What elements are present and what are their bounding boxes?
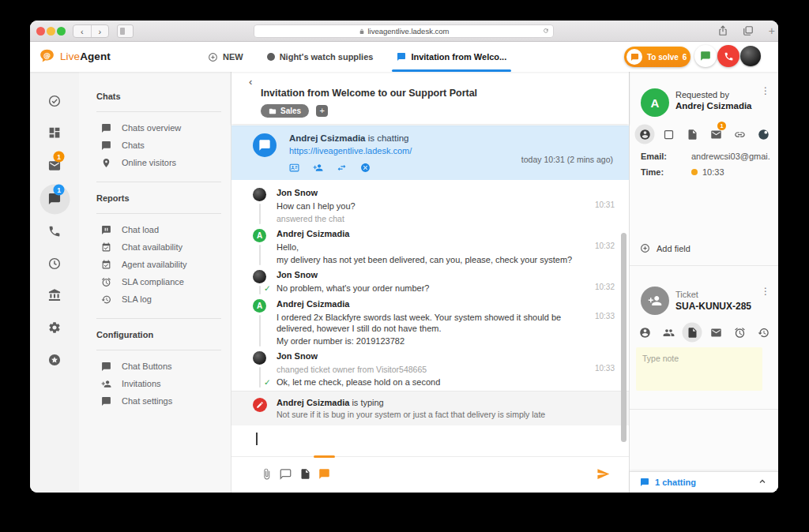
ticket-people-button[interactable] [660, 323, 677, 342]
chat-scroll-area[interactable]: Andrej Csizmadia is chatting https://liv… [231, 124, 629, 391]
ticket-profile-button[interactable] [636, 323, 653, 342]
sidebar-item-sla-log[interactable]: SLA log [79, 290, 231, 308]
person-circle-icon [639, 129, 651, 140]
sidebar-item-chats[interactable]: Chats [79, 137, 231, 154]
note-input[interactable] [636, 347, 762, 391]
browser-nav-buttons: ‹ › [73, 24, 109, 38]
department-tag[interactable]: Sales [261, 104, 309, 118]
chat-panel: ‹ Invitation from Welcome to our Support… [231, 72, 630, 493]
star-circle-icon [48, 354, 62, 367]
message-composer[interactable] [231, 425, 629, 456]
tab-nights-watch-supplies[interactable]: Night's watch supplies [267, 42, 374, 72]
requester-notes-button[interactable] [683, 125, 701, 144]
add-tag-button[interactable]: + [316, 105, 328, 117]
tab-overview-icon[interactable] [743, 25, 754, 36]
section-title-configuration: Configuration [96, 330, 221, 339]
ticket-notes-button[interactable] [683, 323, 701, 342]
requester-tickets-button[interactable]: 1 [707, 125, 724, 144]
minimize-window-button[interactable] [47, 27, 55, 36]
rail-item-customers[interactable] [48, 289, 62, 302]
chat-scrollbar[interactable] [621, 233, 627, 442]
ticket-history-button[interactable] [754, 323, 772, 342]
new-tab-icon[interactable]: + [769, 24, 775, 37]
rail-item-resolve[interactable] [48, 95, 62, 108]
chatting-status-bar[interactable]: 1 chatting [630, 471, 778, 493]
ticket-mail-button[interactable] [707, 323, 724, 342]
share-icon[interactable] [717, 25, 728, 36]
rail-item-settings[interactable] [48, 321, 62, 335]
sidebar-item-chat-load[interactable]: Chat load [79, 221, 231, 238]
rail-item-chats[interactable]: 1 [48, 193, 62, 206]
divider [96, 213, 221, 214]
divider [96, 182, 221, 182]
ticket-menu-icon[interactable]: ⋮ [761, 286, 770, 297]
sidebar-item-chat-settings[interactable]: Chat settings [79, 392, 231, 410]
sidebar-item-chat-availability[interactable]: Chat availability [79, 238, 231, 256]
agent-avatar[interactable] [740, 46, 761, 66]
sidebar-item-invitations[interactable]: Invitations [79, 375, 231, 392]
pin-icon [101, 158, 111, 168]
sidebar-toggle-button[interactable] [117, 24, 134, 38]
note-mode-button[interactable] [299, 468, 311, 480]
liveagent-logo: @ LiveAgent [38, 48, 111, 64]
phone-icon [48, 225, 62, 238]
transfer-chat-icon[interactable] [337, 163, 347, 173]
back-button[interactable]: ‹ [73, 25, 92, 37]
send-button[interactable] [596, 467, 610, 484]
sidebar-item-chats-overview[interactable]: Chats overview [79, 119, 231, 137]
maximize-window-button[interactable] [57, 27, 66, 36]
tab-invitation-active[interactable]: Invitation from Welco... [397, 42, 506, 72]
canned-message-button[interactable] [280, 468, 292, 480]
calendar-check-icon [101, 260, 111, 270]
url-text: liveagentlive.ladesk.com [368, 27, 450, 36]
forward-button[interactable]: › [92, 25, 109, 37]
phone-button[interactable] [717, 45, 739, 67]
ticket-sla-button[interactable] [731, 323, 748, 342]
sidebar-item-agent-availability[interactable]: Agent availability [79, 256, 231, 273]
address-bar[interactable]: liveagentlive.ladesk.com [254, 24, 554, 38]
email-value: andrewcsi03@gmai... [691, 152, 770, 161]
sidebar-item-sla-compliance[interactable]: SLA compliance [79, 273, 231, 290]
end-chat-icon[interactable] [360, 163, 371, 173]
message-time: 10:32 [595, 283, 615, 291]
chat-message: A Andrej Csizmadia I ordered 2x Blackfyr… [253, 299, 629, 347]
chats-online-button[interactable] [694, 45, 717, 67]
liveagent-bubble-icon: @ [38, 48, 56, 64]
requester-links-button[interactable] [731, 125, 748, 144]
requester-profile-button[interactable] [636, 125, 653, 144]
to-solve-button[interactable]: To solve 6 [624, 47, 690, 67]
typing-preview: Not sure if it is bug in your system or … [277, 410, 545, 419]
note-icon [687, 129, 698, 140]
note-icon [299, 468, 311, 480]
add-field-button[interactable]: Add field [640, 243, 690, 253]
rail-item-starred[interactable] [48, 354, 62, 367]
tab-new[interactable]: NEW [208, 42, 243, 72]
rail-item-tickets[interactable]: 1 [48, 159, 62, 173]
chat-mode-button[interactable] [318, 468, 330, 480]
sidebar-item-chat-buttons[interactable]: Chat Buttons [79, 358, 231, 375]
rail-item-time[interactable] [48, 257, 62, 271]
contact-card-icon[interactable] [289, 163, 299, 173]
rail-item-calls[interactable] [48, 225, 62, 238]
note-icon [687, 327, 698, 339]
requester-checkbox-button[interactable] [660, 125, 677, 144]
message-time: 10:31 [595, 200, 615, 209]
rail-item-dashboard[interactable] [48, 126, 62, 140]
collapse-chevron[interactable] [747, 477, 767, 488]
refresh-icon[interactable] [543, 28, 549, 34]
chats-sidebar: Chats Chats overview Chats Online visito… [79, 72, 231, 493]
back-chevron[interactable]: ‹ [249, 76, 252, 88]
banner-status-line: Andrej Csizmadia is chatting [289, 133, 412, 143]
invite-person-icon[interactable] [313, 163, 323, 173]
requester-visitor-button[interactable] [754, 125, 772, 144]
sidebar-item-online-visitors[interactable]: Online visitors [79, 154, 231, 171]
close-window-button[interactable] [36, 27, 45, 36]
requester-menu-icon[interactable]: ⋮ [761, 85, 770, 96]
chat-outline-icon [280, 468, 292, 480]
bank-icon [48, 289, 62, 302]
requester-avatar: A [641, 88, 669, 117]
green-chat-icon [700, 51, 711, 62]
person-add-icon [648, 294, 662, 308]
attach-file-button[interactable] [261, 468, 273, 480]
visitor-url-link[interactable]: https://liveagentlive.ladesk.com/ [289, 146, 412, 155]
